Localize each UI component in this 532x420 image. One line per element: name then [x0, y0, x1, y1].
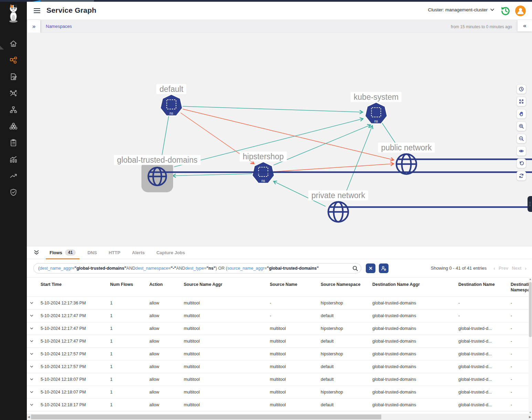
search-icon[interactable]: [352, 266, 358, 271]
tab-dns[interactable]: DNS: [82, 246, 103, 259]
table-horizontal-scrollbar[interactable]: ◀ ▶: [27, 414, 532, 420]
row-expand-chevron-icon[interactable]: [27, 314, 41, 318]
history-icon[interactable]: [500, 6, 511, 16]
graph-node-label-private-network[interactable]: private network: [308, 191, 368, 201]
row-expand-chevron-icon[interactable]: [27, 377, 41, 381]
table-row[interactable]: 5-10-2024 12:17:47 PM1allowmultitoolmult…: [27, 322, 529, 335]
column-header-8[interactable]: Destination Namespace: [511, 278, 529, 293]
expand-button[interactable]: [517, 97, 526, 106]
graph-node-label-hipstershop[interactable]: hipstershop: [240, 152, 287, 162]
tab-capture-jobs[interactable]: Capture Jobs: [150, 246, 191, 259]
graph-node-label-kube-system[interactable]: kube-system: [351, 92, 402, 102]
tab-alerts[interactable]: Alerts: [126, 246, 151, 259]
next-button[interactable]: Next: [512, 266, 521, 271]
column-header-6[interactable]: Destination Name Aggr: [372, 278, 458, 287]
sidebar-item-nodes-icon[interactable]: [0, 85, 27, 101]
column-header-7[interactable]: Destination Name: [458, 278, 511, 287]
sidebar-item-home-icon[interactable]: [0, 35, 27, 52]
compliance-icon: [9, 138, 18, 147]
scroll-up-arrow[interactable]: ▲: [529, 277, 532, 281]
pan-hand-icon: [519, 111, 524, 117]
table-row[interactable]: 5-10-2024 12:18:17 PM1allowmultitoolmult…: [27, 399, 529, 411]
table-row[interactable]: 5-10-2024 12:18:07 PM1allowmultitoolmult…: [27, 386, 529, 399]
graph-node-private-network[interactable]: [328, 202, 532, 246]
collapse-panel-icon[interactable]: [33, 249, 40, 256]
sidebar-item-service-graph-icon[interactable]: [0, 52, 27, 68]
sidebar-item-endpoints-icon[interactable]: [0, 101, 27, 118]
table-cell: 1: [110, 352, 149, 356]
graph-node-label-global-trusted-domains[interactable]: global-trusted-domains: [114, 155, 201, 165]
sidebar-item-trends-icon[interactable]: [0, 168, 27, 184]
table-cell: global-trusted-domains: [372, 339, 458, 344]
table-row[interactable]: 5-10-2024 12:17:57 PM1allowmultitoolmult…: [27, 348, 529, 360]
table-row[interactable]: 5-10-2024 12:17:36 PM1allowmultitool-hip…: [27, 297, 529, 310]
undo-button[interactable]: [517, 159, 526, 168]
row-expand-chevron-icon[interactable]: [27, 390, 41, 394]
scroll-right-arrow[interactable]: ▶: [529, 415, 531, 419]
sidebar-item-compliance-icon[interactable]: [0, 134, 27, 151]
tab-flows[interactable]: Flows41: [44, 246, 82, 259]
row-expand-chevron-icon[interactable]: [27, 339, 41, 343]
service-graph-canvas[interactable]: nsnsns: [27, 33, 532, 246]
panel-expand-button[interactable]: »: [28, 20, 40, 33]
prev-button[interactable]: Prev: [499, 266, 508, 271]
pan-hand-button[interactable]: [517, 109, 526, 119]
sidebar-item-workloads-icon[interactable]: [0, 118, 27, 134]
column-header-1[interactable]: Num Flows: [110, 278, 149, 287]
breadcrumb-namespaces[interactable]: Namespaces: [46, 24, 72, 29]
cluster-selector[interactable]: Cluster: management-cluster: [428, 7, 494, 12]
row-expand-chevron-icon[interactable]: [27, 352, 41, 356]
table-cell: -: [458, 313, 511, 318]
table-cell: allow: [149, 339, 184, 344]
column-header-0[interactable]: Start Time: [41, 278, 110, 287]
row-expand-chevron-icon[interactable]: [27, 365, 41, 369]
sidebar-item-threat-defense-icon[interactable]: [0, 184, 27, 201]
row-expand-chevron-icon[interactable]: [27, 326, 41, 331]
sidebar-nav: [0, 35, 27, 201]
column-header-2[interactable]: Action: [149, 278, 184, 287]
eye-button[interactable]: [517, 146, 526, 156]
user-avatar-icon[interactable]: [515, 6, 526, 16]
right-panel-handle[interactable]: [528, 196, 532, 212]
graph-node-public-network[interactable]: [396, 154, 532, 246]
eye-icon: [519, 148, 524, 154]
zoom-in-button[interactable]: [517, 121, 526, 131]
tab-label: Alerts: [132, 250, 145, 255]
service-graph-area[interactable]: nsnsns defaultkube-systemhipstershopglob…: [27, 33, 532, 246]
clock-button[interactable]: [517, 84, 526, 94]
clear-filter-button[interactable]: ✕: [366, 263, 375, 273]
table-row[interactable]: 5-10-2024 12:18:07 PM1allowmultitoolmult…: [27, 373, 529, 386]
flow-filter-input[interactable]: (dest_name_aggr = "global-trusted-domain…: [33, 263, 361, 273]
column-header-5[interactable]: Source Namespace: [321, 278, 372, 287]
table-row[interactable]: 5-10-2024 12:17:47 PM1allowmultitoolmult…: [27, 335, 529, 348]
tab-http[interactable]: HTTP: [103, 246, 126, 259]
graph-node-default[interactable]: ns: [160, 94, 182, 116]
column-header-4[interactable]: Source Name: [270, 278, 321, 287]
scroll-left-arrow[interactable]: ◀: [28, 415, 30, 419]
graph-node-label-default[interactable]: default: [156, 84, 186, 94]
panel-collapse-button[interactable]: «: [518, 20, 532, 31]
sidebar-item-policies-icon[interactable]: [0, 68, 27, 85]
next-chevron-icon[interactable]: ›: [525, 266, 526, 271]
vscroll-thumb[interactable]: [529, 282, 532, 337]
column-header-3[interactable]: Source Name Aggr: [184, 278, 270, 287]
row-expand-chevron-icon[interactable]: [27, 403, 41, 407]
table-vertical-scrollbar[interactable]: ▲ ▼: [529, 277, 532, 414]
refresh-button[interactable]: [517, 171, 526, 181]
sidebar-item-dashboard-icon[interactable]: [0, 151, 27, 168]
graph-node-kube-system[interactable]: ns: [365, 102, 387, 124]
hscroll-thumb[interactable]: [31, 414, 381, 419]
prev-chevron-icon[interactable]: ‹: [493, 266, 495, 271]
row-expand-chevron-icon[interactable]: [27, 301, 41, 305]
table-cell: -: [270, 301, 321, 305]
app-header: Service Graph Cluster: management-cluste…: [27, 2, 532, 20]
table-cell: 5-10-2024 12:17:57 PM: [41, 364, 110, 369]
table-row[interactable]: 5-10-2024 12:17:47 PM1allowmultitool-def…: [27, 310, 529, 322]
table-row[interactable]: 5-10-2024 12:17:57 PM1allowmultitoolmult…: [27, 360, 529, 373]
zoom-out-button[interactable]: [517, 134, 526, 143]
table-cell: 5-10-2024 12:17:36 PM: [41, 301, 110, 305]
hamburger-menu-icon[interactable]: [33, 7, 41, 15]
table-cell: global-trusted-d...: [458, 390, 511, 395]
graph-node-label-public-network[interactable]: public network: [378, 143, 435, 153]
user-settings-button[interactable]: [379, 263, 389, 273]
